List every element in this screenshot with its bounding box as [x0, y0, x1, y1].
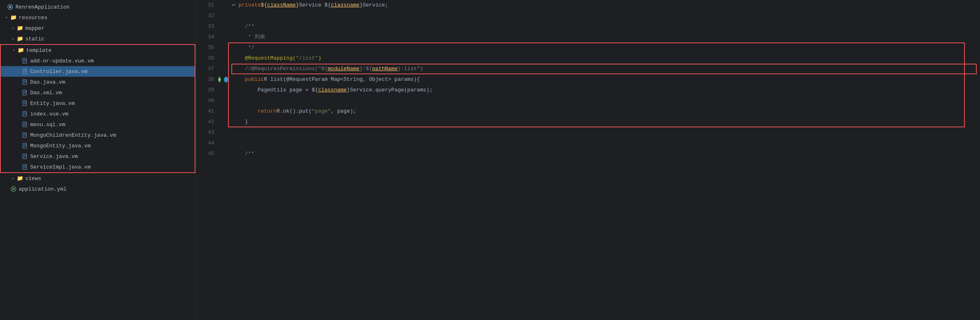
sidebar-item-serviceimpl[interactable]: ServiceImpl.java.vm — [1, 162, 195, 172]
code-line-38: public R list(@RequestParam Map<String, … — [232, 74, 980, 85]
code-line-39: PageUtils page = ${classname}Service.que… — [232, 85, 980, 96]
sidebar-item-dao-java[interactable]: Dao.java.vm — [1, 77, 195, 87]
folder-icon: 📁 — [16, 35, 24, 42]
sidebar-item-label: Controller.java.vm — [30, 69, 87, 75]
code-content[interactable]: ↩ private ${className}Service ${classnam… — [228, 0, 980, 320]
file-icon — [21, 142, 29, 149]
file-icon — [21, 163, 29, 171]
svg-rect-22 — [23, 111, 27, 116]
chevron-down-icon: ▾ — [11, 48, 17, 53]
sidebar-item-label: Entity.java.vm — [30, 100, 75, 107]
code-line-31: ↩ private ${className}Service ${classnam… — [232, 0, 980, 11]
sidebar-item-label: template — [26, 47, 51, 53]
code-line-41: return R.ok().put("page", page); — [232, 106, 980, 117]
svg-rect-26 — [23, 122, 27, 127]
svg-rect-42 — [23, 164, 27, 169]
file-icon — [21, 131, 29, 139]
chevron-right-icon: ▸ — [10, 26, 16, 31]
sidebar-item-resources[interactable]: ▾ 📁 resources — [0, 12, 195, 23]
svg-rect-2 — [23, 58, 27, 63]
sidebar-item-add-or-update[interactable]: add-or-update.vue.vm — [1, 56, 195, 66]
code-line-34: * 列表 — [232, 32, 980, 42]
sidebar-item-label: add-or-update.vue.vm — [30, 58, 94, 64]
folder-icon: 📁 — [10, 14, 17, 21]
folder-icon: 📁 — [16, 24, 24, 32]
code-area[interactable]: 31 32 33 34 35 36 37 38 39 40 41 42 43 4… — [196, 0, 980, 320]
sidebar-item-label: mapper — [25, 25, 44, 31]
file-icon — [21, 100, 29, 107]
file-icon — [21, 153, 29, 160]
folder-icon: 📁 — [16, 175, 24, 182]
sidebar-item-label: menu.sql.vm — [30, 122, 65, 128]
file-icon — [21, 57, 29, 64]
file-tree[interactable]: RenrenApplication ▾ 📁 resources ▸ 📁 mapp… — [0, 0, 196, 320]
file-icon — [21, 110, 29, 118]
svg-rect-30 — [23, 133, 27, 138]
code-line-36: @RequestMapping("/list") — [232, 53, 980, 64]
svg-rect-10 — [23, 80, 27, 84]
sidebar-item-mapper[interactable]: ▸ 📁 mapper — [0, 23, 195, 33]
code-line-44 — [232, 138, 980, 149]
sidebar-item-app[interactable]: RenrenApplication — [0, 2, 195, 12]
sidebar-item-label: MongoChildrenEntity.java.vm — [30, 132, 116, 138]
folder-icon: 📁 — [17, 47, 24, 54]
code-line-45: /** — [232, 149, 980, 159]
sidebar-item-entity[interactable]: Entity.java.vm — [1, 98, 195, 109]
code-line-43 — [232, 127, 980, 138]
svg-rect-18 — [23, 101, 27, 106]
file-icon — [21, 121, 29, 128]
sidebar-item-mongo-entity[interactable]: MongoEntity.java.vm — [1, 140, 195, 151]
yml-icon — [10, 185, 17, 193]
svg-point-1 — [9, 6, 11, 8]
run-gutter-icon[interactable] — [218, 77, 221, 82]
chevron-right-icon: ▸ — [10, 176, 16, 181]
web-gutter-icon[interactable]: 🌐 — [224, 77, 228, 82]
code-line-40 — [232, 96, 980, 106]
sidebar-item-static[interactable]: ▸ 📁 static — [0, 33, 195, 44]
sidebar-item-index-vue[interactable]: index.vue.vm — [1, 109, 195, 119]
sidebar-item-mongo-children[interactable]: MongoChildrenEntity.java.vm — [1, 130, 195, 140]
code-line-37: //@RequiresPermissions("${moduleName}:${… — [232, 64, 980, 74]
sidebar-item-dao-xml[interactable]: Dao.xml.vm — [1, 87, 195, 98]
svg-rect-6 — [23, 69, 27, 74]
gutter-icons: 🌐 — [218, 0, 228, 320]
sidebar-item-label: resources — [19, 15, 47, 21]
line-numbers: 31 32 33 34 35 36 37 38 39 40 41 42 43 4… — [196, 0, 218, 320]
app-label: RenrenApplication — [16, 4, 70, 10]
svg-rect-38 — [23, 154, 27, 159]
sidebar-item-template[interactable]: ▾ 📁 template — [1, 45, 195, 56]
sidebar-item-label: ServiceImpl.java.vm — [30, 164, 91, 170]
file-icon — [21, 68, 29, 75]
file-icon — [21, 89, 29, 96]
code-line-32 — [232, 11, 980, 21]
sidebar-item-application-yml[interactable]: application.yml — [0, 184, 195, 194]
file-icon — [21, 78, 29, 86]
code-line-42: } — [232, 117, 980, 127]
code-line-33: /** — [232, 21, 980, 32]
svg-rect-34 — [23, 143, 27, 148]
code-editor: 31 32 33 34 35 36 37 38 39 40 41 42 43 4… — [196, 0, 980, 320]
sidebar-item-label: Service.java.vm — [30, 153, 78, 160]
sidebar-item-service[interactable]: Service.java.vm — [1, 151, 195, 162]
svg-rect-14 — [23, 90, 27, 95]
sidebar-item-label: MongoEntity.java.vm — [30, 143, 91, 149]
chevron-down-icon: ▾ — [3, 15, 10, 20]
sidebar-item-label: index.vue.vm — [30, 111, 69, 117]
sidebar-item-label: Dao.java.vm — [30, 79, 65, 85]
sidebar-item-views[interactable]: ▸ 📁 views — [0, 173, 195, 184]
sidebar-item-label: views — [25, 176, 41, 182]
app-icon — [7, 3, 14, 11]
chevron-right-icon: ▸ — [10, 36, 16, 41]
sidebar-item-label: static — [25, 36, 44, 42]
sidebar-item-controller[interactable]: Controller.java.vm — [1, 66, 195, 77]
sidebar-item-menu-sql[interactable]: menu.sql.vm — [1, 119, 195, 130]
code-line-35: */ — [232, 42, 980, 53]
sidebar-item-label: application.yml — [19, 186, 67, 192]
sidebar-item-label: Dao.xml.vm — [30, 90, 62, 96]
